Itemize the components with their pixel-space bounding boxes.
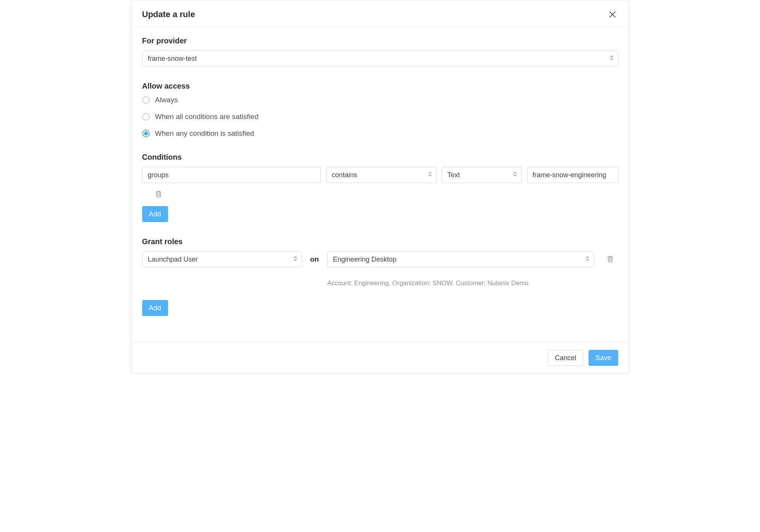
condition-field-input[interactable] — [142, 167, 321, 183]
provider-section: For provider — [142, 37, 618, 67]
condition-value-input[interactable] — [527, 167, 618, 183]
trash-icon — [155, 190, 162, 199]
radio-label: When all conditions are satisfied — [155, 113, 259, 121]
save-button[interactable]: Save — [589, 350, 618, 366]
provider-select[interactable] — [142, 51, 618, 67]
modal-header: Update a rule — [132, 0, 629, 27]
access-label: Allow access — [142, 82, 618, 91]
role-select[interactable] — [142, 251, 302, 267]
delete-condition-button[interactable] — [153, 190, 164, 199]
add-role-button[interactable]: Add — [142, 300, 168, 316]
provider-label: For provider — [142, 37, 618, 45]
condition-type-select[interactable] — [442, 167, 522, 183]
modal-footer: Cancel Save — [132, 342, 629, 373]
radio-icon — [142, 96, 150, 104]
condition-operator-select[interactable] — [326, 167, 436, 183]
access-option-any-condition[interactable]: When any condition is satisfied — [142, 129, 618, 138]
modal-title: Update a rule — [142, 10, 195, 19]
radio-label: Always — [155, 96, 178, 104]
cancel-button[interactable]: Cancel — [547, 350, 583, 366]
trash-icon — [607, 255, 614, 264]
access-option-always[interactable]: Always — [142, 96, 618, 104]
close-button[interactable] — [607, 9, 618, 20]
role-target-hint: Account: Engineering, Organization: SNOW… — [327, 279, 594, 287]
on-label: on — [310, 255, 319, 264]
delete-role-button[interactable] — [602, 255, 618, 264]
radio-label: When any condition is satisfied — [155, 129, 254, 138]
access-option-all-conditions[interactable]: When all conditions are satisfied — [142, 113, 618, 121]
conditions-section: Conditions — [142, 153, 618, 222]
radio-icon — [142, 130, 150, 137]
access-section: Allow access Always When all conditions … — [142, 82, 618, 138]
close-icon — [609, 11, 616, 18]
add-condition-button[interactable]: Add — [142, 206, 168, 222]
update-rule-modal: Update a rule For provider Allow access — [131, 0, 629, 374]
conditions-label: Conditions — [142, 153, 618, 162]
grant-roles-label: Grant roles — [142, 237, 618, 246]
radio-icon — [142, 113, 150, 121]
grant-role-row: on Account: Engineering, Organization: S… — [142, 251, 618, 287]
grant-roles-section: Grant roles on — [142, 237, 618, 316]
role-target-select[interactable] — [327, 251, 594, 267]
condition-row — [142, 167, 618, 183]
